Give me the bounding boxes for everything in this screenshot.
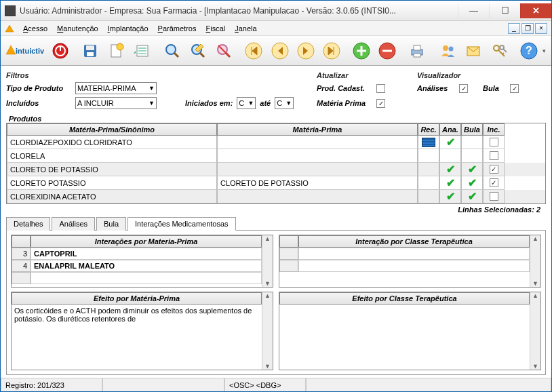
prod-cadast-label: Prod. Cadast. — [317, 84, 372, 92]
mail-button[interactable] — [461, 38, 486, 64]
scrollbar[interactable]: ▲▼ — [262, 235, 273, 287]
col-sinonimo[interactable]: Matéria-Prima/Sinônimo — [7, 123, 217, 136]
help-button[interactable]: ? — [517, 38, 541, 64]
maximize-button[interactable]: ☐ — [489, 3, 520, 18]
keys-button[interactable] — [487, 38, 511, 64]
col-materia-prima[interactable]: Matéria-Prima — [217, 123, 418, 136]
tabs: Detalhes Análises Bula Interações Medica… — [6, 216, 546, 231]
interacoes-ct-header: Interação por Classe Terapêutica — [298, 235, 530, 248]
search-clear-button[interactable] — [212, 38, 236, 64]
table-row[interactable]: CLOREXIDINA ACETATO✔✔ — [7, 190, 545, 203]
materia-prima-checkbox[interactable]: ✓ — [376, 99, 385, 108]
check-icon: ✔ — [468, 190, 477, 203]
filtros-group: Filtros Tipo de Produto MATERIA-PRIMA▼ I… — [6, 67, 304, 113]
bula-checkbox[interactable]: ✓ — [510, 84, 519, 93]
inc-checkbox[interactable] — [490, 192, 498, 201]
svg-point-14 — [166, 45, 176, 54]
tab-interacoes[interactable]: Interações Medicamentosas — [127, 217, 236, 231]
col-bula[interactable]: Bula — [461, 123, 483, 136]
minimize-button[interactable]: — — [458, 3, 489, 18]
produtos-grid[interactable]: Matéria-Prima/Sinônimo Matéria-Prima Rec… — [6, 123, 546, 204]
check-icon: ✔ — [446, 163, 455, 176]
table-row[interactable]: CLORETO DE POTASSIO✔✔✓ — [7, 163, 545, 176]
next-button[interactable] — [294, 38, 318, 64]
incluidos-select[interactable]: A INCLUIR▼ — [75, 97, 157, 109]
menu-fiscal[interactable]: Fiscal — [201, 23, 230, 34]
table-row[interactable]: CLORDIAZEPOXIDO CLORIDRATO✔ — [7, 136, 545, 149]
table-row[interactable]: CLORETO POTASSIOCLORETO DE POTASSIO✔✔✓ — [7, 176, 545, 190]
interacoes-mp-grid[interactable]: Interações por Materia-Prima 3CAPTOPRIL4… — [11, 235, 273, 288]
brand-text: intuictive — [16, 47, 44, 55]
list-item[interactable]: 4ENALAPRIL MALEATO — [12, 260, 262, 272]
efeito-ct-grid: Efeito por Classe Terapêutica ▲▼ — [279, 292, 541, 370]
prev-button[interactable] — [267, 38, 292, 64]
menu-implantacao[interactable]: Implantação — [103, 23, 153, 34]
power-button[interactable] — [48, 38, 73, 64]
tab-detalhes[interactable]: Detalhes — [6, 217, 50, 231]
users-button[interactable] — [435, 38, 459, 64]
tab-analises[interactable]: Análises — [52, 217, 95, 231]
mdi-minimize[interactable]: _ — [508, 23, 520, 34]
svg-point-31 — [448, 46, 453, 51]
status-empty2 — [306, 378, 551, 391]
list-item[interactable]: 3CAPTOPRIL — [12, 248, 262, 260]
app-window: Usuário: Administrador - Empresa: Sua Fa… — [0, 0, 552, 392]
iniciados-to-select[interactable]: C▼ — [275, 97, 294, 109]
inc-checkbox[interactable] — [490, 151, 498, 160]
content-area: Filtros Tipo de Produto MATERIA-PRIMA▼ I… — [1, 66, 551, 378]
prod-cadast-checkbox[interactable] — [376, 84, 385, 93]
analises-label: Análises — [417, 84, 455, 92]
list-item[interactable] — [12, 272, 262, 284]
scrollbar[interactable]: ▲▼ — [530, 235, 540, 287]
tab-bula[interactable]: Bula — [96, 217, 126, 231]
svg-point-30 — [443, 45, 448, 51]
svg-rect-28 — [414, 45, 420, 50]
menu-janela[interactable]: Janela — [230, 23, 261, 34]
first-button[interactable] — [241, 38, 266, 64]
menu-acesso[interactable]: Acesso — [18, 23, 52, 34]
svg-rect-29 — [414, 54, 420, 57]
table-row[interactable]: CLORELA — [7, 149, 545, 163]
efeito-ct-header: Efeito por Classe Terapêutica — [279, 292, 530, 305]
efeito-mp-text: Os corticóides e o ACTH podem diminuir o… — [12, 305, 262, 332]
atualizar-group: Atualizar Prod. Cadast. Matéria Prima✓ — [317, 67, 405, 113]
menu-parametros[interactable]: Parâmetros — [153, 23, 201, 34]
menu-manutencao[interactable]: Manutenção — [52, 23, 103, 34]
check-icon: ✔ — [468, 176, 477, 189]
search-button[interactable] — [160, 38, 184, 64]
mdi-restore[interactable]: ❐ — [521, 23, 534, 34]
iniciados-from-select[interactable]: C▼ — [237, 97, 256, 109]
mdi-close[interactable]: × — [535, 23, 547, 34]
bula-label: Bula — [483, 84, 506, 92]
inc-checkbox[interactable]: ✓ — [490, 178, 498, 187]
scrollbar[interactable]: ▲▼ — [530, 292, 540, 370]
col-ana[interactable]: Ana. — [439, 123, 461, 136]
last-button[interactable] — [319, 38, 344, 64]
tipo-produto-select[interactable]: MATERIA-PRIMA▼ — [75, 82, 157, 94]
new-button[interactable] — [104, 38, 128, 64]
scrollbar[interactable]: ▲▼ — [262, 292, 273, 370]
menu-label: cesso — [28, 24, 47, 33]
interacoes-mp-header: Interações por Materia-Prima — [31, 235, 262, 248]
inc-checkbox[interactable] — [490, 138, 498, 146]
efeito-mp-grid: Efeito por Matéria-Prima Os corticóides … — [11, 292, 273, 370]
save-button[interactable] — [78, 38, 102, 64]
tipo-produto-label: Tipo de Produto — [6, 84, 71, 92]
list-button[interactable] — [130, 38, 155, 64]
svg-marker-1 — [6, 45, 16, 54]
col-rec[interactable]: Rec. — [418, 123, 439, 136]
atualizar-legend: Atualizar — [317, 71, 405, 79]
add-button[interactable] — [349, 38, 374, 64]
search-edit-button[interactable] — [186, 38, 210, 64]
interacoes-ct-grid[interactable]: Interação por Classe Terapêutica ▲▼ — [279, 235, 541, 288]
close-button[interactable]: × — [520, 3, 551, 18]
col-inc[interactable]: Inc. — [483, 123, 505, 136]
svg-line-17 — [200, 53, 204, 57]
selected-count: Linhas Selecionadas: 2 — [1, 204, 551, 216]
remove-button[interactable] — [375, 38, 399, 64]
toolbar-overflow-icon[interactable]: ▾ — [543, 47, 549, 54]
analises-checkbox[interactable]: ✓ — [459, 84, 468, 93]
menu-label: anutenção — [63, 24, 98, 33]
inc-checkbox[interactable]: ✓ — [490, 165, 498, 174]
print-button[interactable] — [405, 38, 429, 64]
